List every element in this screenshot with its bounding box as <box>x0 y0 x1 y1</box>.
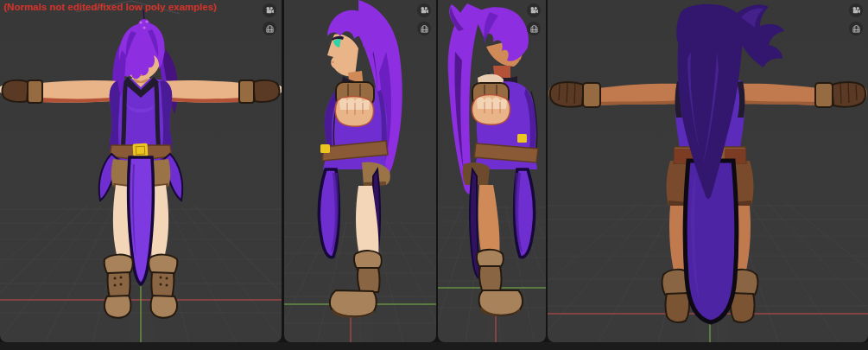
perspective-grid-icon[interactable] <box>527 22 541 35</box>
character-model-side-right[interactable] <box>448 3 538 316</box>
camera-view-icon[interactable] <box>849 3 863 17</box>
character-model-side-left[interactable] <box>320 0 402 318</box>
viewport-gizmos <box>849 3 863 35</box>
viewport-panel-side-right[interactable] <box>438 0 546 342</box>
perspective-grid-icon[interactable] <box>263 22 276 35</box>
camera-view-icon[interactable] <box>527 3 541 17</box>
camera-view-icon[interactable] <box>263 3 276 17</box>
viewport-panel-back[interactable] <box>548 0 868 342</box>
perspective-grid-icon[interactable] <box>417 22 431 35</box>
viewport-panel-side-left[interactable] <box>284 0 436 342</box>
camera-view-icon[interactable] <box>417 3 431 17</box>
viewport-gizmos <box>263 3 276 35</box>
blender-multi-viewport: (Normals not edited/fixed low poly examp… <box>0 0 868 350</box>
character-model-front[interactable] <box>0 10 282 318</box>
viewport-gizmos <box>417 3 431 35</box>
window-bottom-bar <box>0 342 868 350</box>
annotation-note: (Normals not edited/fixed low poly examp… <box>3 2 217 12</box>
viewport-panel-front[interactable]: (Normals not edited/fixed low poly examp… <box>0 0 282 342</box>
viewport-gizmos <box>527 3 541 35</box>
perspective-grid-icon[interactable] <box>849 22 863 35</box>
